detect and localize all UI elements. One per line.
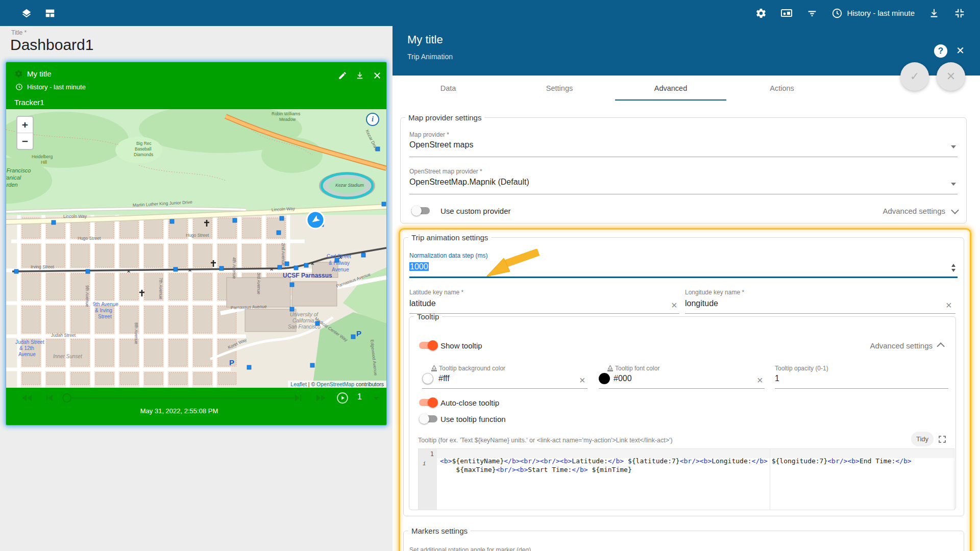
tooltip-advanced-settings-button[interactable]: Advanced settings (870, 341, 944, 350)
parking-icon: P (356, 329, 361, 338)
svg-text:✕: ✕ (270, 267, 274, 272)
layers-icon[interactable] (20, 7, 33, 19)
tooltip-font-clear-icon[interactable]: × (757, 375, 763, 385)
trip-route-point[interactable] (277, 231, 281, 235)
panel-subtitle: Trip Animation (407, 53, 453, 61)
trip-route-point[interactable] (304, 263, 308, 267)
speed-dropdown-caret[interactable] (374, 397, 379, 400)
panel-close-icon[interactable]: ✕ (956, 44, 965, 57)
trip-route-point[interactable] (280, 216, 284, 220)
tooltip-bg-color-input[interactable]: #fff (438, 374, 450, 383)
trip-route-point[interactable] (290, 307, 294, 311)
map-label: Judah Street (15, 339, 44, 345)
apply-changes-button[interactable]: ✓ (900, 62, 929, 91)
map-advanced-settings-button[interactable]: Advanced settings (883, 207, 957, 215)
exit-fullscreen-icon[interactable] (953, 7, 966, 19)
tooltip-bg-clear-icon[interactable]: × (579, 375, 585, 385)
tidy-button[interactable]: Tidy (911, 432, 934, 446)
skip-next-icon[interactable] (292, 392, 304, 404)
fullscreen-icon[interactable] (938, 435, 946, 443)
trip-route-point[interactable] (310, 363, 314, 367)
trip-route-point[interactable] (247, 365, 251, 369)
tab-settings[interactable]: Settings (504, 76, 615, 101)
settings-gear-icon[interactable] (755, 7, 767, 19)
widget-entity-label: Tracker1 (14, 98, 44, 107)
dashboards-icon[interactable] (44, 7, 56, 19)
show-tooltip-toggle[interactable] (419, 340, 438, 350)
autoclose-tooltip-toggle[interactable] (419, 397, 438, 408)
widget-download-icon[interactable] (355, 70, 365, 81)
map-label: 9th Avenue (85, 285, 90, 307)
longitude-clear-icon[interactable]: × (946, 300, 952, 310)
trip-route-point[interactable] (290, 283, 294, 287)
filter-icon[interactable] (806, 7, 818, 19)
export-download-icon[interactable] (928, 7, 940, 19)
osm-provider-select[interactable]: OpenStreetMap.Mapnik (Default) (409, 178, 529, 187)
latitude-clear-icon[interactable]: × (671, 300, 677, 310)
slider-thumb[interactable] (62, 393, 71, 403)
tab-data[interactable]: Data (393, 76, 504, 101)
trip-route-point[interactable] (278, 265, 282, 269)
widget-close-icon[interactable] (372, 70, 382, 81)
map-label: Kezar Stadium (335, 183, 364, 188)
tooltip-font-color-label: Tooltip font color (607, 365, 659, 372)
trip-route-point[interactable] (14, 269, 18, 273)
format-color-icon (607, 365, 613, 371)
tooltip-font-color-swatch[interactable] (599, 373, 610, 384)
markers-settings-section: Markers settings Set additional rotation… (403, 527, 964, 551)
map-provider-caret[interactable] (951, 145, 956, 148)
widget-edit-icon[interactable] (337, 70, 348, 81)
use-tooltip-function-toggle[interactable] (419, 414, 438, 424)
trip-route-point[interactable] (174, 267, 178, 271)
osm-link[interactable]: OpenStreetMap (316, 381, 354, 387)
fast-forward-icon[interactable] (314, 392, 327, 404)
fast-rewind-icon[interactable] (21, 392, 33, 404)
number-spinner[interactable] (951, 263, 957, 272)
tooltip-code-editor[interactable]: 1 i <b>${entityName}</b><br/><br/><b>Lat… (418, 448, 954, 510)
tab-advanced[interactable]: Advanced (615, 76, 726, 101)
zoom-out-button[interactable]: − (17, 133, 33, 149)
map-canvas[interactable]: ✕✕✕✕✕✕ PP Robin WilliamsMeadowBig RecBas… (6, 109, 386, 388)
trip-route-point[interactable] (294, 266, 298, 270)
tooltip-opacity-input[interactable]: 1 (775, 374, 779, 383)
leaflet-link[interactable]: Leaflet (290, 381, 307, 387)
map-label: Avenue (332, 267, 349, 272)
trip-route-point[interactable] (382, 202, 386, 206)
trip-route-point[interactable] (233, 218, 237, 222)
timewindow-button[interactable]: History - last minute (831, 8, 915, 19)
widget-timewindow[interactable]: History - last minute (27, 83, 86, 91)
longitude-key-input[interactable]: longitude (685, 299, 718, 308)
trip-time-slider[interactable] (64, 397, 294, 398)
playback-speed-value[interactable]: 1 (357, 392, 362, 402)
zoom-in-button[interactable]: + (17, 117, 33, 133)
trip-route-point[interactable] (52, 220, 56, 224)
discard-changes-button[interactable]: ✕ (937, 62, 965, 91)
skip-previous-icon[interactable] (43, 392, 56, 404)
trip-animation-widget[interactable]: My title History - last minute Tracker1 (6, 62, 386, 425)
trip-route-point[interactable] (351, 335, 355, 339)
map-info-button[interactable]: i (366, 113, 379, 126)
dashboard-title-input[interactable]: Dashboard1 (10, 36, 93, 54)
trip-route-point[interactable] (86, 269, 90, 273)
normalization-step-input[interactable]: 1000 (409, 262, 429, 271)
device-settings-icon[interactable] (780, 7, 793, 19)
use-custom-provider-toggle[interactable] (411, 206, 430, 216)
trip-route-point[interactable] (170, 219, 174, 223)
map-label: Street (98, 314, 112, 319)
play-button-icon[interactable] (336, 392, 349, 404)
use-tooltip-function-label: Use tooltip function (440, 415, 506, 423)
tooltip-template-code[interactable]: <b>${entityName}</b><br/><br/><b>Latitud… (440, 457, 952, 502)
tooltip-bg-color-swatch[interactable] (422, 373, 433, 384)
dashboard-edit-pane: Title * Dashboard1 My title History - la… (0, 26, 393, 551)
map-provider-select[interactable]: OpenStreet maps (409, 140, 473, 149)
osm-provider-caret[interactable] (951, 183, 956, 186)
latitude-key-input[interactable]: latitude (409, 299, 436, 308)
help-icon[interactable]: ? (934, 44, 947, 58)
tab-actions[interactable]: Actions (726, 76, 838, 101)
longitude-key-label: Longitude key name * (685, 289, 744, 296)
trip-route-point[interactable] (219, 266, 224, 270)
map-zoom-control: + − (16, 116, 34, 150)
map-attribution: Leaflet | © OpenStreetMap contributors (288, 381, 386, 388)
tooltip-font-color-input[interactable]: #000 (614, 374, 632, 383)
trip-route-point[interactable] (361, 253, 365, 257)
